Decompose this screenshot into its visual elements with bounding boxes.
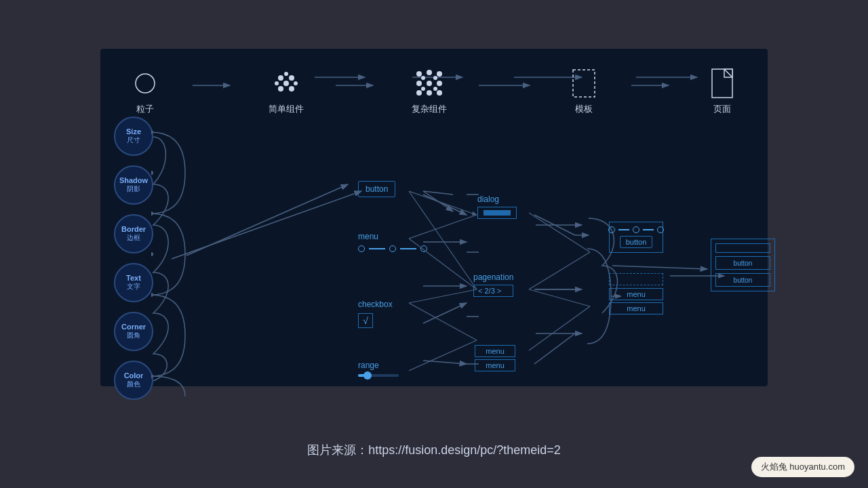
- svg-point-39: [427, 70, 432, 75]
- diagram-canvas: 粒子 简单组件: [100, 49, 768, 386]
- svg-line-11: [423, 361, 467, 364]
- menu-node-2: [389, 245, 396, 252]
- atom-size-cn: 尺寸: [127, 136, 140, 145]
- svg-line-10: [423, 303, 467, 323]
- svg-point-42: [427, 81, 432, 86]
- atom-shadow-cn: 阴影: [127, 184, 140, 194]
- svg-line-5: [423, 191, 453, 211]
- svg-point-38: [416, 71, 422, 77]
- svg-line-4: [172, 191, 361, 259]
- svg-line-6: [423, 191, 453, 195]
- template-label: 模板: [575, 103, 593, 115]
- svg-point-44: [416, 90, 422, 96]
- atom-text-en: Text: [126, 274, 141, 282]
- svg-rect-53: [573, 70, 595, 97]
- template-input-placeholder: [609, 273, 663, 285]
- svg-line-77: [529, 306, 590, 350]
- page-area: button button: [711, 239, 775, 291]
- pagination-label: pagenation: [473, 272, 513, 282]
- complex-pagination-area: pagenation < 2/3 >: [473, 272, 513, 297]
- svg-point-40: [437, 71, 442, 77]
- flow-arrow-3: [479, 79, 536, 92]
- page-icon: [707, 68, 738, 99]
- menu-item-1[interactable]: menu: [475, 345, 515, 357]
- template-menu-row: [608, 226, 664, 233]
- template-area: button menu menu: [609, 222, 663, 314]
- dialog-inner-bar: [484, 210, 511, 216]
- simple-menu-area: menu: [358, 232, 427, 252]
- checkbox-component[interactable]: √: [358, 313, 373, 328]
- pagination-component[interactable]: < 2/3 >: [473, 285, 513, 297]
- page-input-field: [715, 243, 770, 253]
- svg-point-35: [294, 81, 298, 85]
- svg-point-34: [275, 81, 279, 85]
- svg-point-45: [427, 90, 432, 96]
- page-button-1[interactable]: button: [715, 256, 770, 270]
- range-thumb[interactable]: [363, 371, 372, 380]
- atom-border-en: Border: [121, 225, 146, 233]
- atom-text-cn: 文字: [127, 282, 140, 291]
- flow-arrow-2: [336, 79, 380, 92]
- atom-color[interactable]: Color 颜色: [114, 361, 153, 400]
- svg-point-48: [433, 76, 437, 80]
- svg-point-30: [283, 81, 289, 86]
- range-label: range: [358, 361, 399, 370]
- dialog-label: dialog: [477, 195, 517, 204]
- flow-simple: 简单组件: [269, 68, 304, 115]
- svg-point-47: [421, 76, 425, 80]
- svg-point-28: [278, 75, 283, 81]
- svg-point-33: [284, 72, 288, 76]
- svg-point-32: [289, 86, 294, 92]
- particle-icon: [130, 68, 161, 99]
- menu-label: menu: [358, 232, 427, 241]
- flow-arrow-1: [193, 79, 237, 92]
- complex-dialog-area: dialog: [477, 195, 517, 219]
- svg-point-43: [437, 81, 442, 86]
- simple-icon: [271, 68, 302, 99]
- flow-arrow-4: [631, 79, 675, 92]
- svg-line-78: [529, 289, 590, 306]
- template-button[interactable]: button: [620, 236, 653, 248]
- template-menu-2[interactable]: menu: [609, 302, 663, 314]
- template-component[interactable]: button: [609, 222, 663, 253]
- svg-line-76: [529, 252, 590, 289]
- atom-shadow[interactable]: Shadow 阴影: [114, 165, 153, 205]
- atom-color-en: Color: [124, 371, 144, 380]
- checkbox-label: checkbox: [358, 300, 393, 309]
- atom-size-en: Size: [126, 127, 141, 136]
- svg-line-12: [534, 215, 575, 235]
- menu-node-1: [358, 245, 365, 252]
- simple-checkbox-area: checkbox √: [358, 300, 393, 328]
- atom-border[interactable]: Border 边框: [114, 214, 153, 253]
- page-button-2[interactable]: button: [715, 273, 770, 287]
- atom-corner-cn: 圆角: [127, 331, 140, 340]
- atom-text[interactable]: Text 文字: [114, 263, 153, 302]
- svg-point-46: [437, 90, 442, 96]
- flow-diagram: 粒子 简单组件: [114, 68, 754, 115]
- dialog-component[interactable]: [477, 207, 517, 219]
- complex-label: 复杂组件: [412, 103, 447, 115]
- page-component[interactable]: button button: [711, 239, 775, 291]
- menu-line: [358, 245, 427, 252]
- atom-corner[interactable]: Corner 圆角: [114, 312, 153, 351]
- flow-complex: 复杂组件: [412, 68, 447, 115]
- svg-line-7: [423, 195, 467, 215]
- menu-item-2[interactable]: menu: [475, 359, 515, 371]
- atoms-column: Size 尺寸 Shadow 阴影 Border 边框 Text 文字 Corn…: [114, 117, 153, 400]
- complex-icon: [414, 68, 445, 99]
- svg-line-59: [186, 184, 348, 256]
- menu-seg-2: [400, 248, 416, 249]
- svg-line-72: [409, 303, 477, 340]
- template-menu-1[interactable]: menu: [609, 288, 663, 300]
- flow-particle: 粒子: [130, 68, 161, 115]
- simple-button-area: button: [358, 181, 395, 197]
- atom-size[interactable]: Size 尺寸: [114, 117, 153, 156]
- atom-border-cn: 边框: [127, 233, 140, 243]
- atom-color-cn: 颜色: [127, 380, 140, 389]
- svg-line-67: [409, 191, 477, 215]
- svg-line-73: [409, 340, 477, 371]
- range-track[interactable]: [358, 374, 399, 377]
- button-component[interactable]: button: [358, 181, 395, 197]
- complex-menu-area: menu menu: [475, 345, 515, 371]
- atom-corner-en: Corner: [121, 323, 146, 331]
